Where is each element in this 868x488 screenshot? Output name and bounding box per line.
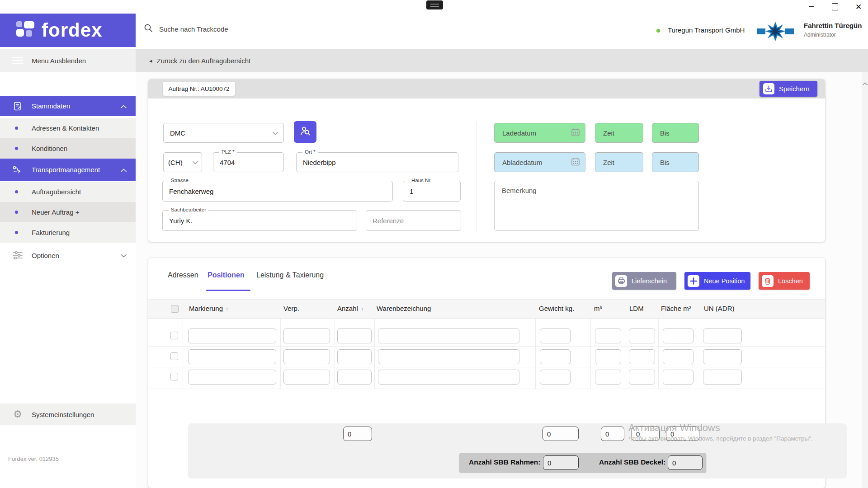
ladedatum-bis-field[interactable]: Bis bbox=[652, 123, 699, 143]
abladedatum-field[interactable]: Abladedatum bbox=[494, 152, 585, 172]
referenze-field[interactable] bbox=[366, 210, 461, 231]
strasse-field[interactable]: Strasse bbox=[162, 181, 393, 202]
sidebar-item-fakturierung[interactable]: Fakturierung bbox=[0, 222, 136, 243]
select-all-checkbox[interactable] bbox=[171, 305, 179, 313]
cell-warenbezeichung[interactable] bbox=[378, 328, 519, 343]
sachbearbeiter-field[interactable]: Sachbearbeiter bbox=[162, 210, 357, 231]
sort-up-icon: ↑ bbox=[361, 306, 363, 312]
search-input[interactable] bbox=[158, 25, 296, 33]
maximize-button[interactable] bbox=[829, 1, 841, 13]
cell-un-adr[interactable] bbox=[703, 328, 742, 343]
ladedatum-zeit-field[interactable]: Zeit bbox=[595, 123, 643, 143]
column-separator bbox=[335, 318, 335, 389]
cell-anzahl[interactable] bbox=[337, 349, 372, 364]
cell-gewicht[interactable] bbox=[540, 370, 571, 385]
back-link[interactable]: Zurück zu den Auftragübersicht bbox=[157, 57, 251, 65]
calendar-icon[interactable] bbox=[571, 158, 580, 167]
scroll-up-icon[interactable] bbox=[863, 80, 868, 87]
close-button[interactable]: ✕ bbox=[853, 1, 864, 13]
sidebar-item-optionen[interactable]: Optionen bbox=[0, 246, 136, 265]
cell-gewicht[interactable] bbox=[540, 349, 571, 364]
abladedatum-bis-field[interactable]: Bis bbox=[652, 152, 699, 172]
bemerkung-input[interactable] bbox=[495, 181, 698, 230]
cell-flaeche[interactable] bbox=[663, 370, 693, 385]
cell-gewicht[interactable] bbox=[540, 328, 571, 343]
referenze-input[interactable] bbox=[366, 211, 461, 230]
tab-adressen[interactable]: Adressen bbox=[168, 271, 198, 279]
sachbearbeiter-input[interactable] bbox=[163, 211, 357, 230]
row-checkbox[interactable] bbox=[170, 352, 178, 360]
minimize-button[interactable] bbox=[806, 1, 817, 13]
calendar-icon[interactable] bbox=[571, 128, 580, 138]
sidebar-item-stammdaten[interactable]: Stammdaten bbox=[0, 96, 136, 116]
cell-flaeche[interactable] bbox=[663, 349, 693, 364]
abladedatum-zeit-field[interactable]: Zeit bbox=[595, 152, 643, 172]
cell-warenbezeichung[interactable] bbox=[378, 370, 519, 385]
cell-un-adr[interactable] bbox=[703, 349, 742, 364]
column-m3[interactable]: m³ bbox=[594, 305, 602, 312]
column-un-adr[interactable]: UN (ADR) bbox=[704, 305, 735, 312]
sbb-deckel-value[interactable]: 0 bbox=[668, 455, 703, 470]
ort-input[interactable] bbox=[297, 153, 458, 172]
cell-verp[interactable] bbox=[283, 370, 330, 385]
ladedatum-field[interactable]: Ladedatum bbox=[494, 123, 585, 143]
save-button[interactable]: Speichern bbox=[760, 81, 817, 97]
sidebar-item-systemeinstellungen[interactable]: ⚙ Systemeinstellungen bbox=[0, 404, 136, 425]
row-checkbox[interactable] bbox=[170, 373, 178, 380]
cell-flaeche[interactable] bbox=[663, 328, 693, 343]
country-select[interactable] bbox=[163, 152, 202, 172]
column-markierung[interactable]: Markierung↑ bbox=[189, 305, 228, 312]
hamburger-icon bbox=[12, 56, 24, 65]
client-select-value[interactable] bbox=[164, 123, 283, 142]
tab-positionen[interactable]: Positionen bbox=[208, 271, 245, 279]
column-gewicht[interactable]: Gewicht kg. bbox=[539, 305, 574, 312]
hausnr-input[interactable] bbox=[403, 181, 460, 201]
positions-card: Adressen Positionen Leistung & Taxierung… bbox=[148, 258, 825, 488]
bemerkung-field[interactable] bbox=[494, 181, 699, 231]
total-anzahl: 0 bbox=[343, 427, 372, 441]
cell-m3[interactable] bbox=[595, 349, 621, 364]
column-warenbezeichung[interactable]: Warenbezeichung bbox=[377, 305, 431, 312]
cell-anzahl[interactable] bbox=[337, 370, 372, 385]
strasse-input[interactable] bbox=[163, 181, 392, 201]
ort-field[interactable]: Ort * bbox=[296, 152, 458, 172]
cell-markierung[interactable] bbox=[188, 370, 276, 385]
neue-position-button[interactable]: Neue Position bbox=[684, 272, 750, 290]
column-verp[interactable]: Verp. bbox=[283, 305, 299, 312]
sidebar-item-transportmanagement[interactable]: Transportmanagement bbox=[0, 159, 136, 181]
sidebar-item-adressen-kontakten[interactable]: Adressen & Kontakten bbox=[0, 118, 136, 138]
client-select[interactable] bbox=[163, 123, 284, 143]
cell-un-adr[interactable] bbox=[703, 370, 742, 385]
plz-field[interactable]: PLZ * bbox=[213, 152, 284, 172]
cell-warenbezeichung[interactable] bbox=[378, 349, 519, 364]
cell-m3[interactable] bbox=[595, 328, 621, 343]
sidebar-item-neuer-auftrag[interactable]: Neuer Auftrag + bbox=[0, 202, 136, 222]
row-checkbox[interactable] bbox=[170, 332, 178, 339]
cell-verp[interactable] bbox=[283, 349, 330, 364]
sidebar-item-auftraguebersicht[interactable]: Auftragübersicht bbox=[0, 182, 136, 202]
cell-ldm[interactable] bbox=[629, 370, 655, 385]
column-flaeche[interactable]: Fläche m² bbox=[661, 305, 691, 312]
cell-anzahl[interactable] bbox=[337, 328, 372, 343]
cell-markierung[interactable] bbox=[188, 328, 276, 343]
contact-search-button[interactable] bbox=[294, 121, 316, 143]
plz-input[interactable] bbox=[213, 153, 283, 172]
bis-label: Bis bbox=[660, 129, 670, 137]
sidebar-item-konditionen[interactable]: Konditionen bbox=[0, 138, 136, 159]
loeschen-button[interactable]: Löschen bbox=[759, 272, 810, 290]
hausnr-field[interactable]: Haus Nr. bbox=[403, 181, 461, 202]
cell-verp[interactable] bbox=[283, 328, 330, 343]
column-anzahl[interactable]: Anzahl↑ bbox=[337, 305, 363, 312]
user-name[interactable]: Fahrettin Türegün bbox=[804, 22, 862, 29]
ort-label: Ort * bbox=[302, 149, 318, 155]
menu-toggle[interactable]: Menu Ausblenden bbox=[0, 49, 136, 72]
cell-markierung[interactable] bbox=[188, 349, 276, 364]
cell-ldm[interactable] bbox=[629, 349, 655, 364]
cell-ldm[interactable] bbox=[629, 328, 655, 343]
scrollbar[interactable] bbox=[862, 72, 868, 488]
column-ldm[interactable]: LDM bbox=[629, 305, 644, 312]
cell-m3[interactable] bbox=[595, 370, 621, 385]
sbb-rahmen-value[interactable]: 0 bbox=[543, 455, 579, 470]
lieferschein-button[interactable]: Lieferschein bbox=[612, 272, 676, 290]
tab-leistung-taxierung[interactable]: Leistung & Taxierung bbox=[256, 271, 324, 279]
